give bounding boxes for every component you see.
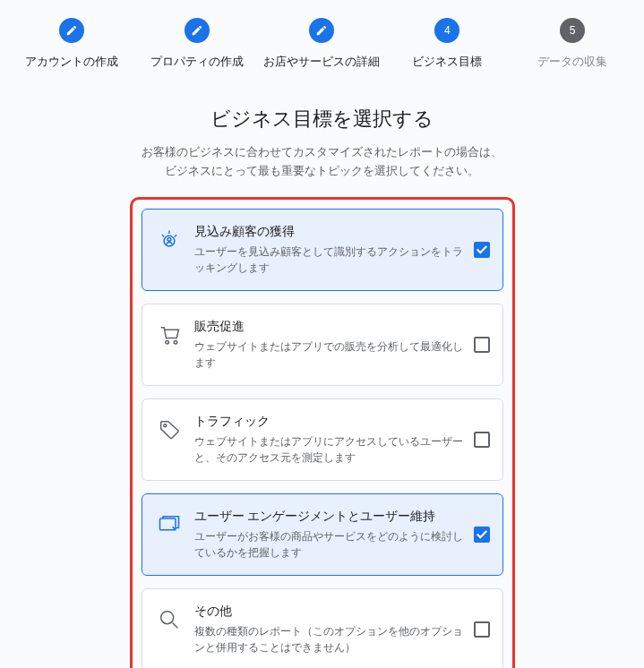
pencil-icon: [309, 18, 334, 43]
svg-point-6: [160, 611, 173, 623]
option-traffic[interactable]: トラフィック ウェブサイトまたはアプリにアクセスしているユーザーと、そのアクセス…: [142, 398, 503, 481]
option-title: その他: [194, 604, 465, 620]
pencil-icon: [185, 18, 210, 43]
option-checkbox[interactable]: [474, 621, 490, 638]
engagement-icon: [155, 509, 184, 537]
step-property[interactable]: プロパティの作成: [134, 18, 260, 70]
option-sales[interactable]: 販売促進 ウェブサイトまたはアプリでの販売を分析して最適化します: [142, 304, 503, 386]
step-label: お店やサービスの詳細: [263, 54, 380, 70]
option-leads[interactable]: 見込み顧客の獲得 ユーザーを見込み顧客として識別するアクションをトラッキングしま…: [142, 209, 503, 291]
option-desc: ウェブサイトまたはアプリでの販売を分析して最適化します: [194, 338, 465, 371]
page-subtitle-2: ビジネスにとって最も重要なトピックを選択してください。: [9, 162, 635, 181]
option-desc: ユーザーがお客様の商品やサービスをどのように検討しているかを把握します: [194, 528, 465, 561]
option-desc: ウェブサイトまたはアプリにアクセスしているユーザーと、そのアクセス元を測定します: [194, 433, 465, 466]
svg-point-4: [163, 424, 166, 426]
step-number: 5: [560, 18, 585, 43]
option-title: 見込み顧客の獲得: [194, 224, 465, 240]
magnifier-icon: [155, 604, 184, 632]
pencil-icon: [59, 18, 84, 43]
option-other[interactable]: その他 複数の種類のレポート（このオプションを他のオプションと併用することはでき…: [142, 588, 503, 668]
option-checkbox[interactable]: [474, 527, 490, 543]
option-checkbox[interactable]: [474, 242, 490, 258]
step-label: プロパティの作成: [150, 54, 244, 70]
svg-point-1: [167, 237, 171, 241]
options-highlight-box: 見込み顧客の獲得 ユーザーを見込み顧客として識別するアクションをトラッキングしま…: [130, 197, 515, 668]
step-business-details[interactable]: お店やサービスの詳細: [260, 18, 385, 70]
tag-icon: [155, 414, 184, 442]
stepper: アカウントの作成 プロパティの作成 お店やサービスの詳細 4 ビジネス目標 5 …: [9, 18, 635, 70]
svg-point-3: [174, 340, 177, 344]
page-subtitle-1: お客様のビジネスに合わせてカスタマイズされたレポートの場合は、: [9, 143, 635, 162]
step-business-objectives[interactable]: 4 ビジネス目標: [384, 18, 510, 70]
cart-icon: [155, 319, 184, 347]
step-account[interactable]: アカウントの作成: [9, 18, 134, 70]
step-label: データの収集: [537, 54, 607, 70]
option-desc: ユーザーを見込み顧客として識別するアクションをトラッキングします: [194, 244, 465, 276]
heading: ビジネス目標を選択する お客様のビジネスに合わせてカスタマイズされたレポートの場…: [9, 106, 635, 181]
option-title: トラフィック: [194, 414, 465, 430]
page-title: ビジネス目標を選択する: [9, 106, 635, 133]
option-checkbox[interactable]: [474, 337, 490, 353]
step-data-collection: 5 データの収集: [510, 18, 635, 70]
step-number: 4: [434, 18, 459, 43]
option-engagement[interactable]: ユーザー エンゲージメントとユーザー維持 ユーザーがお客様の商品やサービスをどの…: [142, 493, 503, 576]
step-label: アカウントの作成: [25, 54, 118, 70]
option-checkbox[interactable]: [474, 432, 490, 448]
option-title: 販売促進: [194, 319, 465, 335]
step-label: ビジネス目標: [412, 54, 482, 70]
svg-point-2: [165, 340, 168, 344]
leads-icon: [155, 224, 184, 253]
option-title: ユーザー エンゲージメントとユーザー維持: [194, 509, 465, 525]
option-desc: 複数の種類のレポート（このオプションを他のオプションと併用することはできません）: [194, 623, 465, 655]
